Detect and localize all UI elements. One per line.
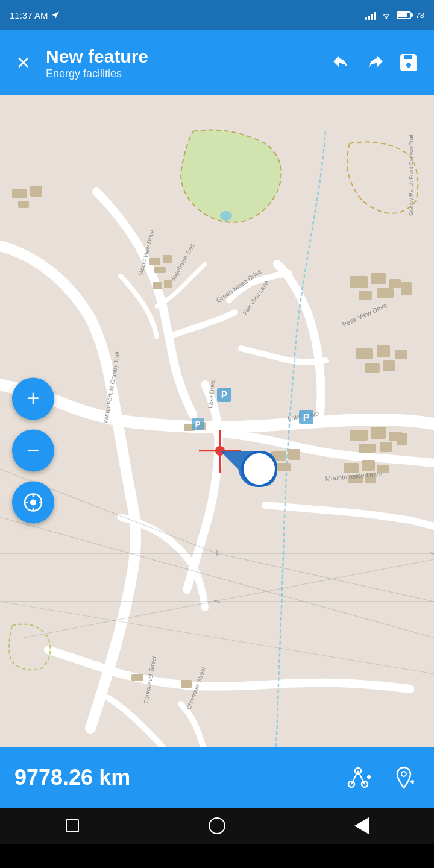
svg-rect-4: [18, 201, 29, 208]
nav-home-button[interactable]: [199, 808, 235, 844]
battery-percent: 78: [416, 11, 424, 20]
app-header: ✕ New feature Energy facilities: [0, 30, 434, 95]
svg-rect-25: [380, 442, 392, 452]
time-display: 11:37 AM: [10, 10, 48, 20]
header-title: New feature: [46, 46, 316, 68]
svg-rect-28: [362, 460, 375, 471]
svg-rect-19: [153, 282, 162, 289]
svg-point-84: [401, 772, 406, 776]
svg-rect-9: [377, 288, 394, 298]
svg-point-72: [30, 499, 36, 505]
battery-icon: [397, 11, 411, 19]
svg-rect-13: [395, 350, 407, 359]
header-title-block: New feature Energy facilities: [46, 46, 316, 80]
nav-bar: [0, 808, 434, 844]
redo-button[interactable]: [359, 47, 391, 78]
svg-rect-3: [30, 186, 42, 197]
header-subtitle: Energy facilities: [46, 68, 316, 80]
location-arrow-icon: [51, 11, 60, 19]
svg-rect-2: [12, 189, 27, 198]
svg-rect-22: [371, 427, 386, 439]
nav-recents-button[interactable]: [54, 808, 90, 844]
svg-rect-18: [154, 267, 166, 273]
status-right: 78: [365, 10, 424, 20]
add-vertex-button[interactable]: [342, 762, 374, 793]
back-icon: [354, 817, 369, 834]
svg-text:P: P: [221, 390, 228, 400]
svg-rect-27: [344, 463, 359, 473]
distance-display: 9778.26 km: [14, 765, 342, 790]
save-button[interactable]: [393, 47, 424, 78]
add-location-button[interactable]: [388, 762, 420, 793]
locate-button[interactable]: [12, 481, 54, 523]
svg-rect-6: [371, 273, 386, 284]
status-left: 11:37 AM: [10, 10, 60, 20]
svg-rect-33: [288, 449, 300, 460]
nav-back-button[interactable]: [344, 808, 380, 844]
svg-rect-34: [277, 463, 291, 471]
svg-point-1: [220, 211, 232, 221]
svg-text:P: P: [303, 412, 310, 423]
svg-line-81: [358, 771, 365, 784]
svg-rect-5: [350, 276, 368, 288]
svg-rect-12: [377, 345, 390, 357]
home-icon: [209, 817, 225, 834]
zoom-out-button[interactable]: −: [12, 429, 54, 471]
svg-text:P: P: [195, 420, 201, 429]
header-actions: [326, 47, 424, 78]
svg-rect-16: [149, 258, 160, 265]
svg-rect-10: [401, 282, 412, 295]
map-container[interactable]: Green Mesa Drive Mount View Drive Sagebr…: [0, 95, 434, 747]
signal-icon: [365, 10, 376, 20]
undo-button[interactable]: [326, 47, 357, 78]
svg-rect-37: [131, 674, 143, 681]
svg-rect-15: [383, 360, 395, 371]
svg-point-60: [242, 452, 276, 486]
bottom-bar: 9778.26 km: [0, 747, 434, 808]
svg-rect-14: [365, 363, 380, 373]
svg-rect-8: [359, 291, 372, 300]
recents-icon: [66, 819, 79, 832]
status-bar: 11:37 AM 78: [0, 0, 434, 30]
map-controls: + −: [12, 377, 54, 523]
close-button[interactable]: ✕: [10, 49, 36, 76]
svg-rect-26: [397, 433, 407, 445]
svg-rect-11: [356, 348, 373, 359]
map-svg: Green Mesa Drive Mount View Drive Sagebr…: [0, 95, 434, 747]
zoom-in-button[interactable]: +: [12, 377, 54, 420]
wifi-icon: [381, 11, 392, 19]
svg-text:Granby Ranch Front Canyon Trai: Granby Ranch Front Canyon Trail: [408, 134, 414, 216]
svg-rect-38: [181, 680, 192, 688]
svg-rect-24: [359, 444, 376, 453]
svg-rect-21: [350, 430, 368, 441]
svg-rect-17: [163, 255, 172, 263]
svg-line-80: [351, 771, 358, 784]
bottom-actions: [342, 762, 420, 793]
svg-rect-7: [389, 279, 401, 288]
